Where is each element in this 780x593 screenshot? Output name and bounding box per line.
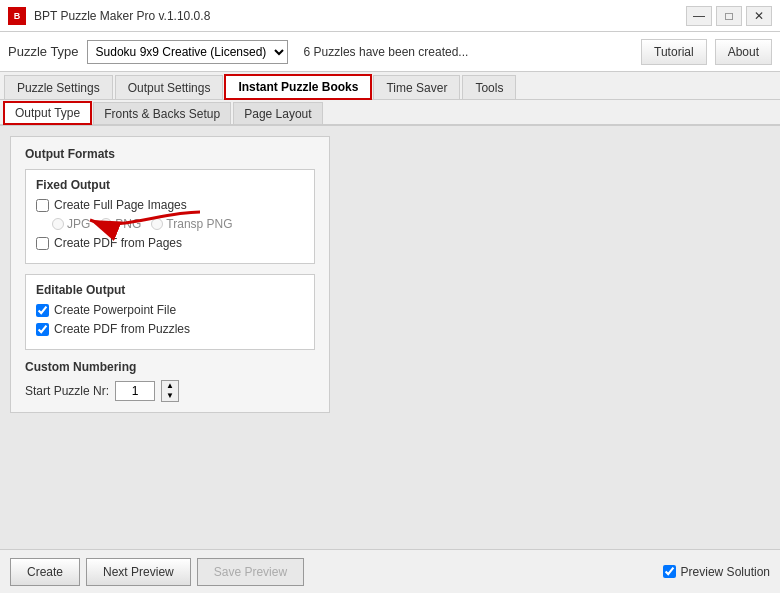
create-powerpoint-row: Create Powerpoint File bbox=[36, 303, 304, 317]
create-pdf-from-pages-checkbox[interactable] bbox=[36, 237, 49, 250]
preview-solution-checkbox[interactable] bbox=[663, 565, 676, 578]
tab-instant-puzzle-books[interactable]: Instant Puzzle Books bbox=[225, 75, 371, 99]
create-button[interactable]: Create bbox=[10, 558, 80, 586]
sub-tabs: Output Type Fronts & Backs Setup Page La… bbox=[0, 100, 780, 126]
transp-png-option: Transp PNG bbox=[151, 217, 232, 231]
editable-output-group: Editable Output Create Powerpoint File C… bbox=[25, 274, 315, 350]
window-controls: — □ ✕ bbox=[686, 6, 772, 26]
tab-output-settings[interactable]: Output Settings bbox=[115, 75, 224, 99]
create-full-page-images-row: Create Full Page Images bbox=[36, 198, 304, 212]
spinner-buttons: ▲ ▼ bbox=[161, 380, 179, 402]
subtab-page-layout[interactable]: Page Layout bbox=[233, 102, 322, 124]
tab-puzzle-settings[interactable]: Puzzle Settings bbox=[4, 75, 113, 99]
puzzle-type-label: Puzzle Type bbox=[8, 44, 79, 59]
image-format-row: JPG PNG Transp PNG bbox=[52, 217, 304, 231]
tab-time-saver[interactable]: Time Saver bbox=[373, 75, 460, 99]
create-powerpoint-label: Create Powerpoint File bbox=[54, 303, 176, 317]
png-label: PNG bbox=[115, 217, 141, 231]
png-option: PNG bbox=[100, 217, 141, 231]
transp-png-radio[interactable] bbox=[151, 218, 163, 230]
spinner-down-button[interactable]: ▼ bbox=[162, 391, 178, 401]
create-pdf-from-puzzles-row: Create PDF from Puzzles bbox=[36, 322, 304, 336]
start-puzzle-nr-row: Start Puzzle Nr: ▲ ▼ bbox=[25, 380, 315, 402]
tutorial-button[interactable]: Tutorial bbox=[641, 39, 707, 65]
output-panel: Output Formats Fixed Output Create Full … bbox=[10, 136, 330, 413]
save-preview-button[interactable]: Save Preview bbox=[197, 558, 304, 586]
next-preview-button[interactable]: Next Preview bbox=[86, 558, 191, 586]
toolbar: Puzzle Type Sudoku 9x9 Creative (License… bbox=[0, 32, 780, 72]
puzzle-type-select[interactable]: Sudoku 9x9 Creative (Licensed) bbox=[87, 40, 288, 64]
subtab-output-type[interactable]: Output Type bbox=[4, 102, 91, 124]
jpg-radio[interactable] bbox=[52, 218, 64, 230]
jpg-option: JPG bbox=[52, 217, 90, 231]
title-bar: B BPT Puzzle Maker Pro v.1.10.0.8 — □ ✕ bbox=[0, 0, 780, 32]
close-button[interactable]: ✕ bbox=[746, 6, 772, 26]
create-full-page-images-label: Create Full Page Images bbox=[54, 198, 187, 212]
app-icon: B bbox=[8, 7, 26, 25]
content-area: Output Formats Fixed Output Create Full … bbox=[0, 126, 780, 549]
spinner-up-button[interactable]: ▲ bbox=[162, 381, 178, 391]
editable-output-label: Editable Output bbox=[36, 283, 304, 297]
fixed-output-group: Fixed Output Create Full Page Images JPG… bbox=[25, 169, 315, 264]
about-button[interactable]: About bbox=[715, 39, 772, 65]
custom-numbering-title: Custom Numbering bbox=[25, 360, 315, 374]
transp-png-label: Transp PNG bbox=[166, 217, 232, 231]
minimize-button[interactable]: — bbox=[686, 6, 712, 26]
preview-solution-container: Preview Solution bbox=[663, 565, 770, 579]
create-powerpoint-checkbox[interactable] bbox=[36, 304, 49, 317]
subtab-fronts-backs-setup[interactable]: Fronts & Backs Setup bbox=[93, 102, 231, 124]
main-tabs: Puzzle Settings Output Settings Instant … bbox=[0, 72, 780, 100]
app-title: BPT Puzzle Maker Pro v.1.10.0.8 bbox=[34, 9, 210, 23]
jpg-label: JPG bbox=[67, 217, 90, 231]
start-puzzle-nr-label: Start Puzzle Nr: bbox=[25, 384, 109, 398]
create-full-page-images-checkbox[interactable] bbox=[36, 199, 49, 212]
png-radio[interactable] bbox=[100, 218, 112, 230]
maximize-button[interactable]: □ bbox=[716, 6, 742, 26]
custom-numbering-section: Custom Numbering Start Puzzle Nr: ▲ ▼ bbox=[25, 360, 315, 402]
tab-tools[interactable]: Tools bbox=[462, 75, 516, 99]
output-formats-title: Output Formats bbox=[25, 147, 315, 161]
start-puzzle-nr-input[interactable] bbox=[115, 381, 155, 401]
create-pdf-from-puzzles-label: Create PDF from Puzzles bbox=[54, 322, 190, 336]
preview-solution-label: Preview Solution bbox=[681, 565, 770, 579]
create-pdf-from-pages-label: Create PDF from Pages bbox=[54, 236, 182, 250]
create-pdf-from-pages-row: Create PDF from Pages bbox=[36, 236, 304, 250]
fixed-output-label: Fixed Output bbox=[36, 178, 304, 192]
puzzle-status: 6 Puzzles have been created... bbox=[296, 45, 633, 59]
create-pdf-from-puzzles-checkbox[interactable] bbox=[36, 323, 49, 336]
bottom-bar: Create Next Preview Save Preview Preview… bbox=[0, 549, 780, 593]
